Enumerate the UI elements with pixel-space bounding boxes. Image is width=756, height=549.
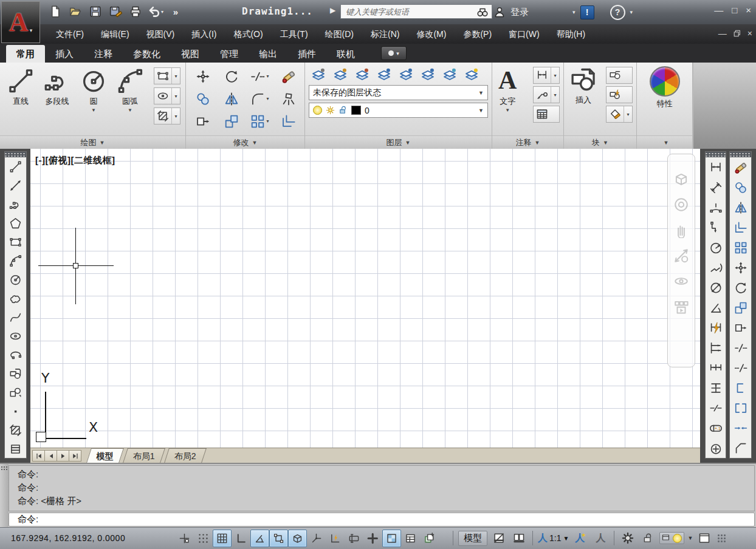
- toolbar-grip[interactable]: [5, 152, 26, 157]
- toolbar-grip[interactable]: [730, 152, 751, 157]
- title-expand-icon[interactable]: ▶: [330, 6, 335, 15]
- dimension-button[interactable]: [534, 67, 551, 83]
- doc-close-button[interactable]: ×: [747, 29, 752, 38]
- layer-walk-button[interactable]: [462, 66, 481, 83]
- text-button[interactable]: A 文字 ▼: [495, 63, 520, 114]
- insert-block-button[interactable]: 插入: [566, 63, 600, 106]
- ribbon-tab-8[interactable]: 联机: [326, 45, 365, 63]
- chevron-down-icon[interactable]: ▾: [161, 9, 163, 15]
- dim-inspect-button[interactable]: +.1: [706, 418, 726, 438]
- chevron-down-icon[interactable]: ▼: [687, 535, 693, 541]
- object-snap-tracking-toggle[interactable]: [307, 530, 326, 547]
- menu-item-4[interactable]: 格式(O): [225, 24, 271, 44]
- layout-tab-1[interactable]: 布局1: [123, 448, 165, 463]
- point-button[interactable]: [5, 402, 26, 421]
- array-button[interactable]: [730, 237, 751, 257]
- help-dropdown-icon[interactable]: ▾: [630, 9, 633, 15]
- dim-arc-length-button[interactable]: [706, 197, 726, 217]
- layout-tab-2[interactable]: 布局2: [164, 448, 207, 463]
- menu-item-7[interactable]: 标注(N): [362, 24, 408, 44]
- panel-label-layers[interactable]: 图层▼: [305, 135, 492, 149]
- layer-on-button[interactable]: [418, 66, 437, 83]
- dim-jogged-button[interactable]: [706, 257, 726, 278]
- dynamic-ucs-toggle[interactable]: [326, 530, 345, 547]
- arc-button[interactable]: 圆弧▼: [113, 64, 147, 114]
- circle-button[interactable]: [5, 270, 26, 289]
- move-button[interactable]: [730, 257, 751, 278]
- search-input[interactable]: [340, 4, 492, 19]
- dim-ordinate-button[interactable]: [706, 217, 726, 237]
- quick-dimension-button[interactable]: [706, 318, 726, 338]
- navigation-wheel-icon[interactable]: [673, 197, 689, 213]
- rectangle-button[interactable]: [154, 68, 171, 84]
- first-layout-button[interactable]: [32, 450, 45, 462]
- auto-annotation-scale-button[interactable]: 人: [592, 530, 609, 547]
- save-button[interactable]: [88, 4, 103, 19]
- window-minimize-button[interactable]: —: [714, 5, 723, 15]
- layer-dropdown[interactable]: 0 ▼: [309, 103, 488, 118]
- model-space-button[interactable]: 模型: [458, 531, 487, 546]
- menu-item-2[interactable]: 视图(V): [138, 24, 184, 44]
- signin-button[interactable]: 登录: [510, 7, 529, 18]
- dim-baseline-button[interactable]: [706, 338, 726, 358]
- hatch-button[interactable]: [5, 421, 26, 440]
- dim-break-button[interactable]: [706, 398, 726, 418]
- ribbon-tab-3[interactable]: 参数化: [123, 45, 171, 63]
- dynamic-input-toggle[interactable]: [345, 530, 363, 547]
- layout-tab-0[interactable]: 模型: [86, 448, 124, 463]
- panel-label-properties[interactable]: ▼: [637, 135, 692, 149]
- scale-button[interactable]: [217, 110, 246, 132]
- signin-dropdown-icon[interactable]: ▾: [572, 9, 576, 15]
- ribbon-tab-2[interactable]: 注释: [84, 45, 123, 63]
- dim-radius-button[interactable]: [706, 237, 726, 257]
- ellipse-button[interactable]: [5, 327, 26, 346]
- edit-attributes-button[interactable]: [607, 106, 624, 122]
- transparency-toggle[interactable]: [382, 530, 401, 547]
- panel-label-annotation[interactable]: 注释▼: [492, 135, 563, 149]
- ortho-mode-toggle[interactable]: [232, 530, 250, 547]
- erase-button[interactable]: [274, 65, 303, 87]
- annotation-scale-control[interactable]: 人 1:1 ▼: [538, 532, 569, 545]
- selection-cycling-toggle[interactable]: [420, 530, 439, 547]
- viewport-controls[interactable]: [-][俯视][二维线框]: [35, 155, 115, 166]
- ribbon-tab-7[interactable]: 插件: [287, 45, 326, 63]
- chevron-down-icon[interactable]: ▾: [551, 67, 559, 83]
- hatch-button[interactable]: [154, 108, 171, 124]
- chevron-down-icon[interactable]: ▾: [171, 88, 180, 104]
- stretch-button[interactable]: [188, 110, 217, 132]
- window-close-button[interactable]: ×: [746, 5, 751, 15]
- layer-state-dropdown[interactable]: 未保存的图层状态 ▼: [309, 85, 488, 100]
- join-button[interactable]: [730, 418, 751, 438]
- stretch-button[interactable]: [730, 318, 751, 338]
- extend-button[interactable]: [730, 358, 751, 378]
- chamfer-button[interactable]: [730, 438, 751, 458]
- break-at-point-button[interactable]: [730, 398, 751, 418]
- table-button[interactable]: [534, 106, 551, 122]
- grid-display-toggle[interactable]: [213, 530, 232, 547]
- ribbon-tab-1[interactable]: 插入: [45, 45, 84, 63]
- array-button[interactable]: ▾: [246, 110, 274, 132]
- make-block-button[interactable]: [5, 383, 26, 402]
- orbit-icon[interactable]: [673, 273, 689, 289]
- rectangle-button[interactable]: [5, 233, 26, 251]
- break-button[interactable]: [730, 378, 751, 398]
- new-file-button[interactable]: [47, 4, 63, 19]
- panel-label-draw[interactable]: 绘图▼: [0, 135, 185, 149]
- plot-button[interactable]: [128, 4, 143, 19]
- zoom-icon[interactable]: [673, 248, 689, 264]
- explode-button[interactable]: [274, 87, 303, 110]
- move-button[interactable]: [188, 65, 217, 87]
- toolbar-grip[interactable]: [706, 152, 726, 157]
- ribbon-options-button[interactable]: ▾: [381, 46, 407, 60]
- quick-view-drawings-button[interactable]: [510, 530, 527, 547]
- copy-button[interactable]: [730, 177, 751, 197]
- command-window-grip[interactable]: [0, 464, 9, 528]
- command-history[interactable]: 命令:命令:命令: <栅格 开>: [9, 465, 755, 511]
- drawing-canvas[interactable]: [-][俯视][二维线框] Y X: [30, 149, 700, 448]
- ribbon-tab-4[interactable]: 视图: [171, 45, 210, 63]
- ribbon-tab-5[interactable]: 管理: [210, 45, 249, 63]
- dim-continue-button[interactable]: [706, 358, 726, 378]
- doc-restore-button[interactable]: [733, 29, 741, 38]
- erase-button[interactable]: [730, 157, 751, 177]
- dim-center-mark-button[interactable]: [706, 438, 726, 458]
